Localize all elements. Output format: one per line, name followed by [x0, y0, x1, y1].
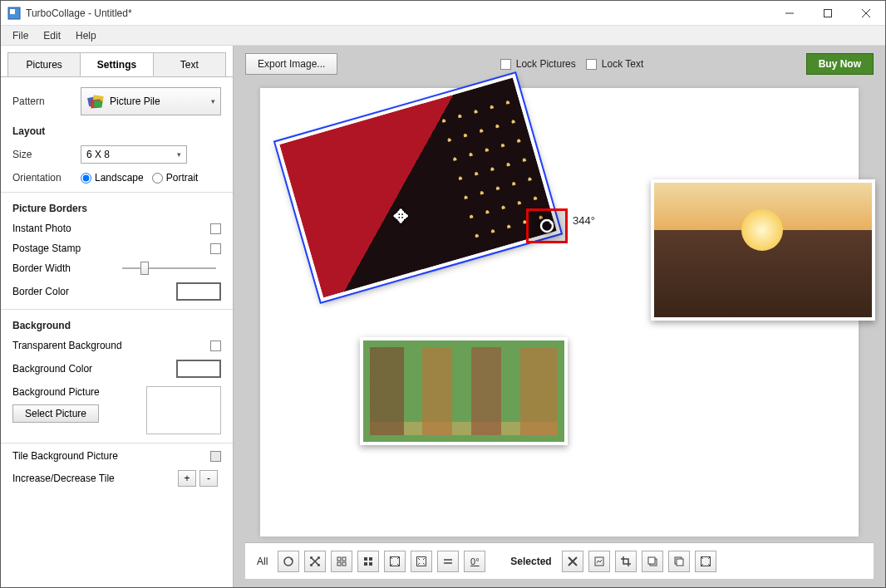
- send-back-button[interactable]: [668, 551, 690, 572]
- tile-increase-button[interactable]: +: [178, 470, 196, 487]
- collage-picture[interactable]: [651, 179, 875, 321]
- orientation-portrait[interactable]: Portrait: [152, 172, 199, 184]
- menubar: File Edit Help: [1, 26, 885, 46]
- svg-rect-14: [337, 562, 341, 566]
- straighten-all-button[interactable]: [437, 551, 459, 572]
- selected-label: Selected: [510, 556, 551, 567]
- sidebar: Pictures Settings Text Pattern Picture P…: [1, 46, 234, 587]
- instant-photo-label: Instant Photo: [12, 223, 210, 234]
- tile-scale-label: Increase/Decrease Tile: [12, 473, 178, 484]
- separator: [1, 443, 233, 443]
- rotate-all-button[interactable]: [278, 551, 299, 572]
- lock-pictures-toggle[interactable]: Lock Pictures: [500, 58, 576, 70]
- instant-photo-checkbox[interactable]: [210, 223, 221, 234]
- orientation-label: Orientation: [12, 172, 81, 184]
- bg-picture-preview[interactable]: [146, 386, 221, 434]
- menu-file[interactable]: File: [6, 27, 35, 44]
- separator: [1, 192, 233, 193]
- grid-all-button[interactable]: [331, 551, 352, 572]
- svg-rect-26: [648, 557, 655, 564]
- bg-picture-label: Background Picture: [12, 386, 146, 398]
- borders-section-title: Picture Borders: [12, 203, 221, 214]
- reset-rotation-all-button[interactable]: 0°: [464, 551, 485, 572]
- minimize-button[interactable]: [770, 1, 809, 26]
- lock-pictures-checkbox[interactable]: [500, 59, 511, 70]
- tile-decrease-button[interactable]: -: [199, 470, 218, 487]
- svg-rect-12: [337, 557, 341, 561]
- menu-edit[interactable]: Edit: [37, 27, 67, 44]
- tab-settings[interactable]: Settings: [80, 52, 153, 76]
- all-label: All: [257, 556, 268, 567]
- fit-all-button[interactable]: [384, 551, 406, 572]
- sidebar-tabs: Pictures Settings Text: [1, 52, 233, 77]
- top-toolbar: Export Image... Lock Pictures Lock Text …: [234, 46, 885, 82]
- titlebar: TurboCollage - Untitled*: [1, 1, 885, 26]
- collage-picture[interactable]: [360, 337, 568, 445]
- svg-rect-16: [364, 557, 367, 561]
- menu-help[interactable]: Help: [69, 27, 103, 44]
- border-color-swatch[interactable]: [176, 282, 221, 301]
- postage-stamp-checkbox[interactable]: [210, 243, 221, 254]
- transparent-bg-label: Transparent Background: [12, 340, 210, 351]
- pattern-dropdown[interactable]: Picture Pile ▾: [81, 87, 221, 115]
- shuffle-all-button[interactable]: [304, 551, 326, 572]
- svg-rect-13: [342, 557, 346, 561]
- fit-selected-button[interactable]: [695, 551, 716, 572]
- export-image-button[interactable]: Export Image...: [245, 53, 337, 75]
- svg-rect-9: [94, 100, 103, 107]
- bg-color-swatch[interactable]: [176, 360, 221, 378]
- chevron-down-icon: ▾: [211, 97, 215, 105]
- buy-now-button[interactable]: Buy Now: [806, 53, 874, 75]
- svg-rect-1: [10, 9, 15, 14]
- delete-selected-button[interactable]: [562, 551, 583, 572]
- grid-fill-all-button[interactable]: [357, 551, 379, 572]
- separator: [1, 309, 233, 310]
- crop-selected-button[interactable]: [615, 551, 637, 572]
- size-label: Size: [12, 149, 81, 160]
- radio-landscape[interactable]: [81, 173, 91, 184]
- transparent-bg-checkbox[interactable]: [210, 341, 221, 351]
- fill-all-button[interactable]: [411, 551, 432, 572]
- pattern-value: Picture Pile: [110, 96, 206, 107]
- bg-color-label: Background Color: [12, 363, 176, 375]
- main-panel: Export Image... Lock Pictures Lock Text …: [234, 46, 885, 587]
- select-picture-button[interactable]: Select Picture: [12, 404, 99, 423]
- tile-bg-label: Tile Background Picture: [12, 450, 210, 462]
- collage-picture-selected[interactable]: [275, 74, 561, 302]
- svg-point-11: [284, 557, 293, 566]
- maximize-button[interactable]: [809, 1, 847, 26]
- svg-rect-18: [364, 562, 367, 566]
- bottom-toolbar: All 0° Selected: [245, 542, 874, 579]
- bring-front-button[interactable]: [642, 551, 663, 572]
- border-width-slider[interactable]: [117, 267, 222, 269]
- content-area: Pictures Settings Text Pattern Picture P…: [1, 46, 885, 587]
- canvas-wrapper: ✥ 344°: [234, 82, 885, 537]
- tab-pictures[interactable]: Pictures: [7, 52, 81, 76]
- layout-section-title: Layout: [12, 125, 221, 137]
- close-button[interactable]: [847, 1, 885, 26]
- settings-panel: Pattern Picture Pile ▾ Layout Size 6 X 8: [1, 77, 233, 587]
- window-title: TurboCollage - Untitled*: [26, 7, 770, 19]
- svg-rect-17: [369, 557, 372, 561]
- svg-rect-15: [342, 562, 346, 566]
- lock-text-checkbox[interactable]: [586, 59, 597, 70]
- radio-portrait[interactable]: [152, 173, 163, 184]
- border-color-label: Border Color: [12, 286, 176, 297]
- rotation-handle[interactable]: [526, 208, 568, 243]
- swap-selected-button[interactable]: [588, 551, 610, 572]
- size-dropdown[interactable]: 6 X 8 ▾: [81, 145, 187, 164]
- collage-canvas[interactable]: ✥ 344°: [260, 88, 859, 537]
- tab-text[interactable]: Text: [153, 52, 226, 76]
- slider-thumb[interactable]: [140, 262, 149, 275]
- app-icon: [7, 7, 21, 20]
- size-value: 6 X 8: [86, 149, 110, 160]
- rotation-readout: 344°: [573, 214, 595, 227]
- lock-text-toggle[interactable]: Lock Text: [586, 58, 643, 70]
- background-section-title: Background: [12, 320, 221, 331]
- postage-stamp-label: Postage Stamp: [12, 243, 210, 254]
- svg-rect-28: [677, 559, 683, 566]
- window-controls: [770, 1, 885, 26]
- app-window: TurboCollage - Untitled* File Edit Help …: [0, 0, 886, 588]
- tile-bg-checkbox[interactable]: [210, 451, 221, 462]
- orientation-landscape[interactable]: Landscape: [81, 172, 144, 184]
